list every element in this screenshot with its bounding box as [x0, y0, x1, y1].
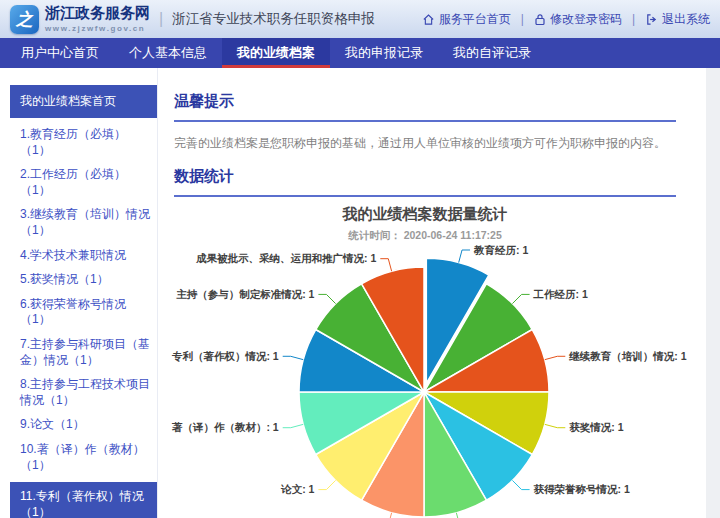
sidebar-item-engineering-projects[interactable]: 8.主持参与工程技术项目情况（1） — [10, 377, 157, 408]
stats-title: 数据统计 — [174, 167, 676, 186]
pie-label-7: 论文: 1 — [280, 483, 314, 495]
logo-text-block: 浙江政务服务网 www.zjzwfw.gov.cn — [45, 5, 150, 33]
tips-body: 完善的业绩档案是您职称申报的基础，通过用人单位审核的业绩项方可作为职称申报的内容… — [174, 135, 676, 152]
tab-performance-archive[interactable]: 我的业绩档案 — [222, 38, 330, 68]
pie-label-line-10 — [318, 294, 335, 303]
main-nav: 用户中心首页 个人基本信息 我的业绩档案 我的申报记录 我的自评记录 — [0, 38, 720, 68]
section-divider — [174, 120, 676, 122]
pie-label-line-11 — [380, 259, 391, 272]
logout-link[interactable]: 退出系统 — [645, 11, 710, 28]
pie-label-line-2 — [545, 356, 566, 359]
lock-icon — [534, 13, 546, 26]
pie-label-line-4 — [512, 480, 529, 489]
tab-self-evaluation-records[interactable]: 我的自评记录 — [438, 38, 546, 68]
sidebar: 我的业绩档案首页 1.教育经历（必填）（1） 2.工作经历（必填）（1） 3.继… — [0, 68, 158, 518]
site-header: 之 浙江政务服务网 www.zjzwfw.gov.cn | 浙江省专业技术职务任… — [0, 0, 720, 38]
tips-title: 温馨提示 — [174, 92, 676, 111]
main-panel: 温馨提示 完善的业绩档案是您职称申报的基础，通过用人单位审核的业绩项方可作为职称… — [158, 68, 706, 518]
sidebar-item-patents[interactable]: 11.专利（著作权）情况（1） — [10, 482, 157, 518]
logout-icon — [645, 13, 658, 26]
pie-chart: 教育经历: 1工作经历: 1继续教育（培训）情况: 1获奖情况: 1获得荣誉称号… — [174, 197, 676, 518]
pie-label-line-1 — [512, 294, 529, 303]
pie-label-line-9 — [283, 356, 304, 359]
sidebar-item-books[interactable]: 10.著（译）作（教材）（1） — [10, 442, 157, 473]
pie-label-0: 教育经历: 1 — [473, 244, 528, 256]
app-title: 浙江省专业技术职务任职资格申报 — [172, 10, 375, 28]
sidebar-item-academic-posts[interactable]: 4.学术技术兼职情况 — [10, 248, 157, 264]
logout-label: 退出系统 — [662, 11, 710, 28]
statistics-chart: 我的业绩档案数据量统计 统计时间： 2020-06-24 11:17:25 教育… — [174, 197, 676, 517]
pie-label-2: 继续教育（培训）情况: 1 — [568, 350, 686, 363]
site-url: www.zjzwfw.gov.cn — [45, 24, 150, 33]
sidebar-archive-home[interactable]: 我的业绩档案首页 — [10, 85, 157, 118]
sidebar-item-honor-titles[interactable]: 6.获得荣誉称号情况（1） — [10, 297, 157, 328]
sidebar-item-awards[interactable]: 5.获奖情况（1） — [10, 272, 157, 288]
pie-label-9: 专利（著作权）情况: 1 — [171, 350, 279, 363]
tab-user-center-home[interactable]: 用户中心首页 — [6, 38, 114, 68]
tab-declaration-records[interactable]: 我的申报记录 — [330, 38, 438, 68]
pie-label-line-3 — [545, 424, 566, 427]
chart-title: 我的业绩档案数据量统计 — [174, 205, 676, 224]
header-divider: | — [159, 10, 163, 28]
link-separator: | — [521, 12, 524, 26]
chart-header: 我的业绩档案数据量统计 统计时间： 2020-06-24 11:17:25 — [174, 197, 676, 243]
pie-label-line-8 — [283, 424, 304, 427]
change-password-label: 修改登录密码 — [550, 11, 622, 28]
pie-label-8: 著（译）作（教材）: 1 — [171, 421, 279, 434]
pie-label-line-6 — [380, 513, 391, 518]
change-password-link[interactable]: 修改登录密码 — [534, 11, 622, 28]
site-name: 浙江政务服务网 — [45, 5, 150, 22]
platform-home-link[interactable]: 服务平台首页 — [422, 11, 511, 28]
content-area: 我的业绩档案首页 1.教育经历（必填）（1） 2.工作经历（必填）（1） 3.继… — [0, 68, 706, 518]
pie-label-line-0 — [459, 250, 470, 263]
pie-label-line-7 — [318, 480, 335, 489]
pie-label-3: 获奖情况: 1 — [569, 421, 623, 433]
link-separator: | — [632, 12, 635, 26]
pie-label-10: 主持（参与）制定标准情况: 1 — [176, 288, 314, 301]
pie-label-4: 获得荣誉称号情况: 1 — [534, 483, 630, 495]
pie-label-1: 工作经历: 1 — [533, 288, 588, 300]
sidebar-item-papers[interactable]: 9.论文（1） — [10, 417, 157, 433]
sidebar-item-education[interactable]: 1.教育经历（必填）（1） — [10, 127, 157, 158]
chart-subtitle: 统计时间： 2020-06-24 11:17:25 — [174, 229, 676, 243]
pie-label-line-5 — [456, 513, 467, 518]
sidebar-item-research-projects[interactable]: 7.主持参与科研项目（基金）情况（1） — [10, 337, 157, 368]
tab-personal-info[interactable]: 个人基本信息 — [114, 38, 222, 68]
sidebar-item-work-experience[interactable]: 2.工作经历（必填）（1） — [10, 167, 157, 198]
header-links: 服务平台首页 | 修改登录密码 | 退出系统 — [422, 11, 710, 28]
pie-label-11: 成果被批示、采纳、运用和推广情况: 1 — [195, 252, 376, 264]
sidebar-item-continuing-education[interactable]: 3.继续教育（培训）情况（1） — [10, 207, 157, 238]
home-icon — [422, 13, 435, 26]
logo-glyph: 之 — [16, 8, 33, 31]
site-logo-icon[interactable]: 之 — [10, 5, 39, 34]
platform-home-label: 服务平台首页 — [439, 11, 511, 28]
